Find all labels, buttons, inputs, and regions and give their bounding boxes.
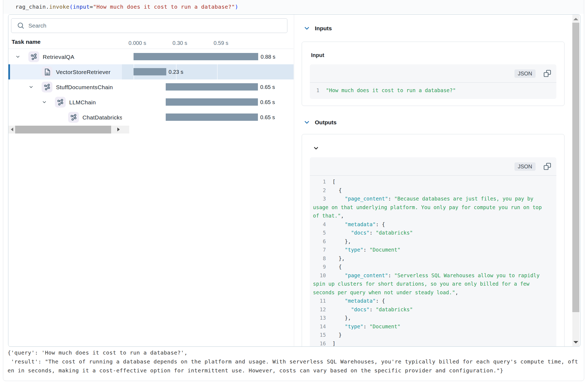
expand-chevron-icon[interactable] [29,85,33,89]
search-box[interactable] [11,18,287,33]
expand-chevron-icon[interactable] [42,100,46,104]
vertical-scrollbar-thumb[interactable] [572,23,579,312]
json-token: usage on that underlying platform. You o… [313,204,542,210]
outputs-section-header[interactable]: Outputs [302,119,337,126]
duration-label: 0.65 s [260,99,275,105]
copy-button[interactable] [543,163,551,170]
search-input[interactable] [28,22,283,29]
horizontal-scrollbar[interactable] [8,126,129,133]
json-token: : [370,230,376,236]
code-line: 10 "page_content": "Serverless SQL Wareh… [313,271,552,280]
span-name-cell: ChatDatabricks [8,110,122,125]
inputs-section-header[interactable]: Inputs [302,25,332,32]
json-token: "type" [333,323,363,329]
code-token: = [90,4,93,10]
json-token: "How much does it cost to run a database… [326,87,456,93]
line-number: 5 [313,229,326,237]
duration-bar[interactable] [166,83,258,91]
code-token: invoke [49,4,69,10]
code-line: 4 "metadata": { [313,220,552,229]
duration-bar[interactable] [166,98,258,106]
span-name-cell: RetrievalQA [8,49,122,64]
json-token: "Because databases are just files, you p… [394,196,533,202]
notebook-code-line[interactable]: rag_chain.invoke(input="How much does it… [15,2,238,12]
line-number: 6 [313,237,326,246]
document-icon [43,68,51,76]
code-line: 12 "docs": "databricks" [313,305,552,314]
scroll-up-button[interactable] [572,15,579,22]
line-number: 15 [313,331,326,339]
json-token: : [388,272,394,278]
span-row[interactable]: ChatDatabricks0.65 s [8,110,294,125]
output-json-block: JSON 1[2 {3 "page_content": "Because dat… [310,157,556,347]
json-token: seconds per query when not under steady … [313,289,455,295]
chain-icon [57,98,64,106]
chevron-down-icon[interactable] [304,119,310,125]
json-token: "metadata" [333,221,376,227]
span-name-label: LLMChain [69,99,96,106]
line-number: 8 [313,254,326,263]
code-line: of that.", [313,212,552,220]
span-name-label: ChatDatabricks [82,114,122,121]
result-line: {'query': 'How much does it cost to run … [8,348,578,357]
code-line: 15 } [313,331,552,339]
chain-icon [43,83,51,91]
inputs-card: Input JSON 1"How much does it cost to ru… [302,42,564,106]
collapse-chevron-icon[interactable] [313,145,319,151]
json-token: of that." [313,213,341,219]
span-row[interactable]: StuffDocumentsChain0.65 s [8,79,294,95]
line-number: 14 [313,322,326,331]
scroll-left-button[interactable] [8,126,15,133]
scroll-right-button[interactable] [115,126,122,133]
json-token: : { [376,298,385,304]
duration-label: 0.65 s [260,84,275,90]
output-json-content: 1[2 {3 "page_content": "Because database… [310,176,556,347]
json-token: "Serverless SQL Warehouses allow you to … [394,272,540,278]
code-token: ) [235,4,238,10]
scroll-down-icon [573,341,578,343]
chevron-down-icon[interactable] [304,25,310,31]
line-number: 1 [313,178,326,186]
span-name-cell: VectorStoreRetriever [8,64,122,79]
code-line: 1[ [313,178,552,186]
vertical-scrollbar[interactable] [572,15,579,346]
code-line: 7 "type": "Document" [313,246,552,254]
json-format-badge: JSON [514,162,535,171]
line-number: 4 [313,220,326,229]
scroll-left-icon [11,128,13,131]
json-token: : [363,323,370,329]
code-token: input [73,4,89,10]
input-field-label: Input [311,52,324,58]
code-line: 5 "docs": "databricks" [313,229,552,237]
span-type-icon-box [55,97,66,108]
json-token: "Document" [370,323,400,329]
code-line: 14 "type": "Document" [313,322,552,331]
span-type-icon-box [68,112,79,123]
duration-bar[interactable] [134,53,258,60]
span-type-icon-box [42,66,52,77]
code-line: 13 }, [313,314,552,322]
code-line: 8 }, [313,254,552,263]
json-token: : { [376,221,385,227]
code-token: ( [69,4,73,10]
scroll-down-button[interactable] [572,339,579,346]
code-line: seconds per query when not under steady … [313,288,552,297]
code-line: spin up clusters for short durations, so… [313,280,552,288]
tree-header: Task name 0.000 s0.30 s0.59 s [8,33,294,49]
horizontal-scrollbar-thumb[interactable] [15,126,111,133]
duration-bar[interactable] [134,68,166,75]
span-row[interactable]: RetrievalQA0.88 s [8,49,294,64]
expand-chevron-icon[interactable] [16,55,20,59]
chain-icon [70,113,77,121]
duration-bar[interactable] [166,113,258,121]
json-format-badge: JSON [514,69,535,78]
duration-label: 0.23 s [169,69,183,75]
time-tick-label: 0.59 s [214,40,228,46]
json-token: }, [333,255,345,261]
json-token: : [363,247,370,253]
span-row[interactable]: LLMChain0.65 s [8,95,294,110]
span-row[interactable]: VectorStoreRetriever0.23 s [8,64,294,79]
line-number: 7 [313,246,326,254]
copy-button[interactable] [543,70,551,77]
json-token: "docs" [333,230,370,236]
